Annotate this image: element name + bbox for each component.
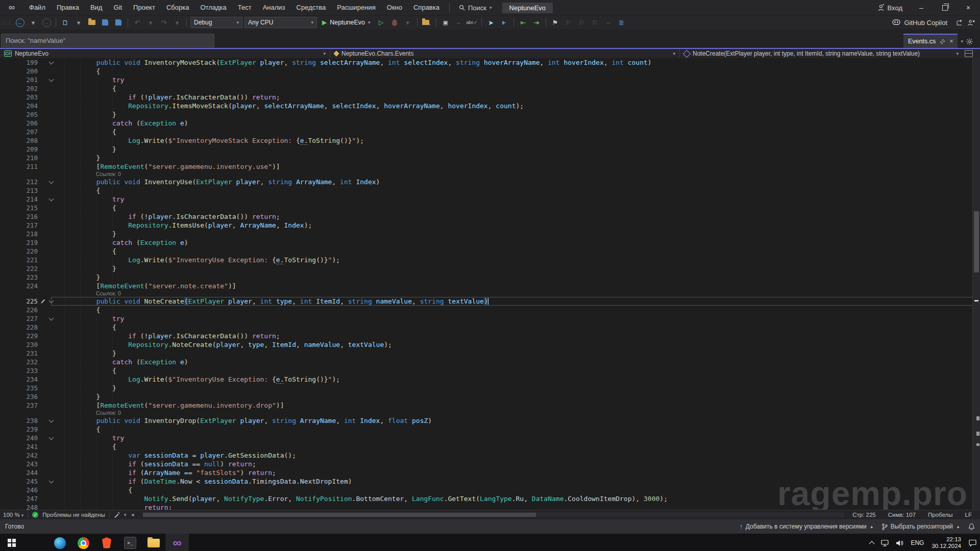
menu-item-1[interactable]: Файл <box>23 0 51 15</box>
menu-item-10[interactable]: Средства <box>291 0 332 15</box>
code-line-220[interactable]: 220 { <box>0 247 980 256</box>
code-line-217[interactable]: 217 Repository.ItemsUse(player, ArrayNam… <box>0 221 980 230</box>
fold-chevron-icon[interactable] <box>45 434 57 442</box>
code-line-241[interactable]: 241 { <box>0 442 980 451</box>
menu-item-13[interactable]: Справка <box>408 0 445 15</box>
horizontal-scrollbar[interactable] <box>143 512 844 517</box>
code-line-204[interactable]: 204 Repository.ItemsMoveStack(player, se… <box>0 102 980 110</box>
code-line-221[interactable]: 221 Log.Write($"InventoryUse Exception: … <box>0 256 980 264</box>
start-without-debugging-button[interactable]: ▷ <box>376 17 387 28</box>
restore-button[interactable] <box>933 0 957 15</box>
feedback-person-icon[interactable] <box>967 19 975 26</box>
code-line-200[interactable]: 200 { <box>0 67 980 76</box>
start-button[interactable] <box>0 534 23 551</box>
code-line-212[interactable]: 212 public void InventoryUse(ExtPlayer p… <box>0 178 980 186</box>
taskbar-terminal-icon[interactable]: >_ <box>118 534 142 551</box>
select-repository-button[interactable]: Выбрать репозиторий ▲ <box>882 523 960 530</box>
clear-bookmarks-button[interactable]: ⚐ <box>590 17 601 28</box>
taskbar-edge-icon[interactable] <box>48 534 71 551</box>
hot-reload-dropdown[interactable]: ▾ <box>402 17 413 28</box>
code-line-207[interactable]: 207 { <box>0 128 980 136</box>
scrollbar-thumb[interactable] <box>974 211 979 272</box>
codelens-references[interactable]: Ссылок: 0 <box>0 171 980 178</box>
taskbar-file-explorer-icon[interactable] <box>142 534 165 551</box>
code-line-243[interactable]: 243 if (sessionData == null) return; <box>0 460 980 468</box>
code-line-211[interactable]: 211 [RemoteEvent("server.gamemenu.invent… <box>0 162 980 171</box>
pin-icon[interactable] <box>940 39 945 44</box>
code-line-209[interactable]: 209 } <box>0 145 980 154</box>
navigate-forward-button[interactable]: → <box>41 17 52 28</box>
zoom-level-select[interactable]: 100 % ▾ <box>3 512 23 518</box>
type-dropdown[interactable]: NeptuneEvo.Chars.Events ▾ <box>330 49 680 58</box>
platform-select[interactable]: Any CPU▾ <box>244 17 317 28</box>
code-cleanup-dropdown[interactable]: ▾ <box>124 512 127 517</box>
sign-in-button[interactable]: Вход <box>870 4 910 12</box>
document-outline-button[interactable]: 🗎 <box>616 17 627 28</box>
code-line-205[interactable]: 205 } <box>0 110 980 119</box>
code-line-225[interactable]: 225 public void NoteCreate(ExtPlayer pla… <box>0 297 980 306</box>
code-line-228[interactable]: 228 { <box>0 323 980 332</box>
tab-list-dropdown[interactable]: ▾ <box>961 35 963 48</box>
open-file-button[interactable] <box>86 17 97 28</box>
split-editor-icon[interactable] <box>965 50 973 57</box>
code-line-206[interactable]: 206 catch (Exception e) <box>0 119 980 128</box>
undo-button[interactable]: ↶ <box>132 17 143 28</box>
codelens-references[interactable]: Ссылок: 0 <box>0 410 980 416</box>
code-line-199[interactable]: 199 public void InventoryMoveStack(ExtPl… <box>0 58 980 67</box>
close-button[interactable]: × <box>957 0 980 15</box>
scroll-left-arrow[interactable]: ◄ <box>130 512 135 517</box>
redo-button[interactable]: ↷ <box>158 17 169 28</box>
menu-item-4[interactable]: Git <box>108 0 128 15</box>
find-search-box[interactable]: Поиск: "nameValue" <box>1 34 214 47</box>
codelens-references[interactable]: Ссылок: 0 <box>0 290 980 297</box>
fold-chevron-icon[interactable] <box>45 58 57 67</box>
tab-events-cs[interactable]: Events.cs × <box>903 34 958 48</box>
code-line-237[interactable]: 237 [RemoteEvent("server.gamemenu.invent… <box>0 401 980 410</box>
redo-dropdown[interactable]: ▾ <box>172 17 183 28</box>
minimize-button[interactable]: – <box>910 0 933 15</box>
search-menu-button[interactable]: Поиск ▾ <box>454 2 497 14</box>
fold-chevron-icon[interactable] <box>45 477 57 486</box>
fold-chevron-icon[interactable] <box>45 297 57 306</box>
code-line-214[interactable]: 214 try <box>0 195 980 204</box>
navigate-back-dropdown[interactable]: ▾ <box>28 17 39 28</box>
new-item-button[interactable]: 🗋 <box>60 17 71 28</box>
code-line-236[interactable]: 236 } <box>0 392 980 401</box>
toggle-bookmark-button[interactable]: ⚑ <box>550 17 561 28</box>
project-dropdown[interactable]: C# NeptuneEvo ▾ <box>0 49 330 58</box>
code-line-239[interactable]: 239 { <box>0 425 980 434</box>
code-line-227[interactable]: 227 try <box>0 314 980 323</box>
code-line-208[interactable]: 208 Log.Write($"InventoryMoveStack Excep… <box>0 136 980 145</box>
menu-item-7[interactable]: Отладка <box>194 0 232 15</box>
menu-item-3[interactable]: Вид <box>85 0 108 15</box>
fold-chevron-icon[interactable] <box>45 314 57 323</box>
code-line-240[interactable]: 240 try <box>0 434 980 442</box>
code-line-201[interactable]: 201 try <box>0 76 980 84</box>
code-line-223[interactable]: 223 } <box>0 273 980 282</box>
taskbar-chrome-icon[interactable] <box>71 534 95 551</box>
structure-visualizer-button[interactable]: ⫦ <box>499 17 510 28</box>
code-line-242[interactable]: 242 var sessionData = player.GetSessionD… <box>0 451 980 460</box>
start-debugging-button[interactable]: ▶ NeptuneEvo ▾ <box>319 17 374 28</box>
tray-clock[interactable]: 22:13 30.12.2024 <box>927 536 965 549</box>
code-line-213[interactable]: 213 { <box>0 186 980 195</box>
menu-item-8[interactable]: Тест <box>232 0 257 15</box>
new-item-dropdown[interactable]: ▾ <box>73 17 84 28</box>
status-line-number[interactable]: Стр: 225 <box>852 512 876 518</box>
code-line-216[interactable]: 216 if (!player.IsCharacterData()) retur… <box>0 212 980 221</box>
fold-chevron-icon[interactable] <box>45 416 57 425</box>
spell-check-button[interactable]: abc✓ <box>467 17 478 28</box>
github-copilot-label[interactable]: GitHub Copilot <box>904 19 947 27</box>
menu-item-12[interactable]: Окно <box>381 0 408 15</box>
code-line-203[interactable]: 203 if (!player.IsCharacterData()) retur… <box>0 93 980 102</box>
code-line-215[interactable]: 215 { <box>0 204 980 212</box>
code-line-226[interactable]: 226 { <box>0 306 980 314</box>
code-editor[interactable]: 199 public void InventoryMoveStack(ExtPl… <box>0 58 980 510</box>
find-in-window-button[interactable]: ▣ <box>440 17 451 28</box>
go-to-definition-button[interactable]: ➤ <box>485 17 497 28</box>
code-line-218[interactable]: 218 } <box>0 230 980 238</box>
taskbar-visual-studio-icon[interactable]: ∞ <box>165 534 189 551</box>
next-bookmark-button[interactable]: ⚐ <box>576 17 587 28</box>
code-line-210[interactable]: 210 } <box>0 154 980 162</box>
menu-item-5[interactable]: Проект <box>128 0 161 15</box>
